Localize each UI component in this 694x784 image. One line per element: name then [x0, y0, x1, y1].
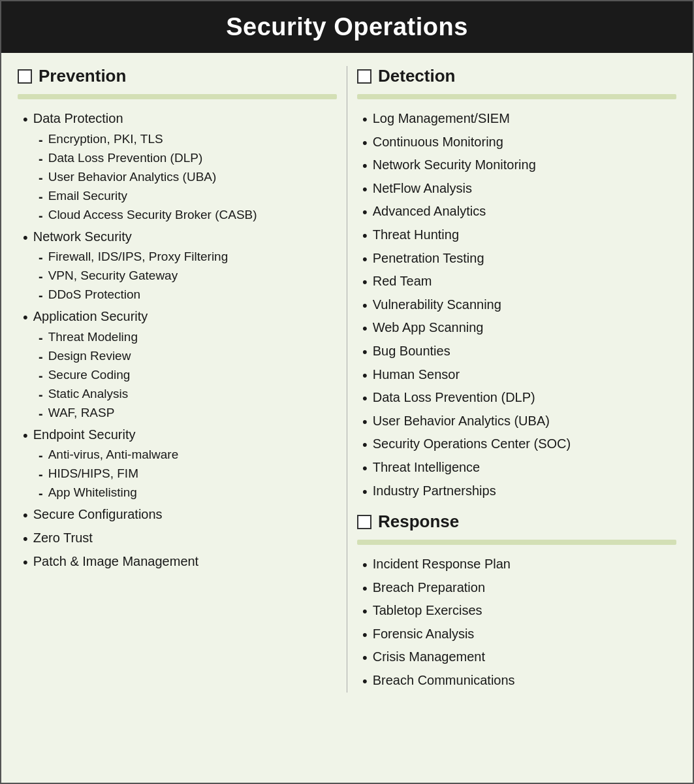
list-item: - Static Analysis — [39, 386, 337, 403]
list-item: - Firewall, IDS/IPS, Proxy Filtering — [39, 249, 337, 266]
list-item: • Forensic Analysis — [362, 625, 676, 645]
list-item: • Tabletop Exercises — [362, 602, 676, 621]
bullet-icon: • — [362, 672, 368, 691]
bullet-icon: • — [362, 157, 368, 176]
item-label: Log Management/SIEM — [373, 110, 510, 127]
detection-title: Detection — [378, 66, 455, 86]
list-item: • Endpoint Security — [23, 426, 337, 446]
bullet-icon: • — [362, 343, 368, 362]
dash-icon: - — [39, 405, 43, 422]
list-item: - Design Review — [39, 348, 337, 365]
list-item: - HIDS/HIPS, FIM — [39, 466, 337, 483]
bullet-icon: • — [23, 553, 28, 572]
item-label: Endpoint Security — [33, 426, 136, 443]
item-label: HIDS/HIPS, FIM — [48, 466, 138, 482]
item-label: Continuous Monitoring — [373, 133, 503, 150]
item-label: Anti-virus, Anti-malware — [48, 447, 179, 463]
prevention-title: Prevention — [39, 66, 126, 86]
bullet-icon: • — [362, 556, 368, 575]
item-label: WAF, RASP — [48, 405, 115, 421]
list-item: - WAF, RASP — [39, 405, 337, 422]
list-item: • Human Sensor — [362, 366, 676, 385]
list-item: • Patch & Image Management — [23, 553, 337, 572]
item-label: Breach Preparation — [373, 579, 485, 596]
bullet-icon: • — [23, 110, 28, 129]
item-label: Network Security — [33, 228, 132, 245]
item-label: Secure Coding — [48, 367, 131, 384]
bullet-icon: • — [362, 319, 368, 338]
item-label: Forensic Analysis — [373, 625, 475, 642]
list-item: - User Behavior Analytics (UBA) — [39, 169, 337, 186]
detection-section-header: Detection — [357, 66, 676, 86]
dash-icon: - — [39, 447, 43, 464]
dash-icon: - — [39, 466, 43, 483]
item-label: Red Team — [373, 272, 432, 289]
bullet-icon: • — [362, 602, 368, 621]
prevention-checkbox[interactable] — [18, 69, 32, 84]
bullet-icon: • — [362, 367, 368, 385]
dash-icon: - — [39, 348, 43, 365]
item-label: User Behavior Analytics (UBA) — [373, 412, 550, 429]
item-label: Data Loss Prevention (DLP) — [48, 150, 203, 167]
list-item: • Breach Preparation — [362, 579, 676, 598]
item-label: Data Protection — [33, 110, 123, 127]
response-bar — [357, 540, 676, 545]
response-title: Response — [378, 512, 459, 532]
list-item: • Web App Scanning — [362, 319, 676, 338]
right-column: Detection • Log Management/SIEM • Contin… — [347, 66, 686, 693]
item-label: Static Analysis — [48, 386, 129, 402]
item-label: Application Security — [33, 308, 148, 325]
list-item: • Vulnerability Scanning — [362, 296, 676, 316]
item-label: Penetration Testing — [373, 250, 484, 267]
list-item: • User Behavior Analytics (UBA) — [362, 412, 676, 432]
item-label: Bug Bounties — [373, 342, 450, 359]
dash-icon: - — [39, 150, 43, 167]
list-item: • Zero Trust — [23, 529, 337, 549]
response-checkbox[interactable] — [357, 515, 371, 529]
bullet-icon: • — [362, 134, 368, 153]
detection-checkbox[interactable] — [357, 69, 371, 84]
bullet-icon: • — [362, 436, 368, 455]
dash-icon: - — [39, 367, 43, 384]
section-spacer — [357, 502, 676, 512]
list-item: • Industry Partnerships — [362, 482, 676, 502]
bullet-icon: • — [23, 308, 28, 327]
list-item: - Encryption, PKI, TLS — [39, 131, 337, 148]
list-item: - Cloud Access Security Broker (CASB) — [39, 207, 337, 224]
dash-icon: - — [39, 249, 43, 266]
dash-icon: - — [39, 287, 43, 304]
list-item: • Data Protection — [23, 110, 337, 129]
content-area: Prevention • Data Protection - Encryptio… — [1, 53, 693, 706]
item-label: Threat Intelligence — [373, 459, 481, 476]
list-item: • Incident Response Plan — [362, 555, 676, 575]
prevention-bar — [18, 94, 337, 99]
detection-bar — [357, 94, 676, 99]
dash-icon: - — [39, 329, 43, 346]
list-item: • Application Security — [23, 308, 337, 327]
item-label: Cloud Access Security Broker (CASB) — [48, 207, 257, 223]
item-label: Threat Modeling — [48, 329, 138, 346]
dash-icon: - — [39, 386, 43, 403]
list-item: • Network Security Monitoring — [362, 156, 676, 176]
list-item: • Network Security — [23, 228, 337, 248]
list-item: - Anti-virus, Anti-malware — [39, 447, 337, 464]
bullet-icon: • — [362, 297, 368, 316]
bullet-icon: • — [23, 530, 28, 549]
list-item: - VPN, Security Gateway — [39, 268, 337, 285]
item-label: Email Security — [48, 188, 127, 204]
dash-icon: - — [39, 188, 43, 205]
list-item: • Crisis Management — [362, 648, 676, 668]
item-label: App Whitelisting — [48, 485, 137, 501]
bullet-icon: • — [362, 483, 368, 502]
bullet-icon: • — [362, 250, 368, 269]
list-item: • Log Management/SIEM — [362, 110, 676, 129]
list-item: - DDoS Protection — [39, 287, 337, 304]
prevention-section-header: Prevention — [18, 66, 337, 86]
item-label: Patch & Image Management — [33, 553, 198, 570]
list-item: • Bug Bounties — [362, 342, 676, 362]
item-label: Threat Hunting — [373, 226, 459, 243]
item-label: NetFlow Analysis — [373, 180, 472, 197]
item-label: Design Review — [48, 348, 131, 365]
item-label: Human Sensor — [373, 366, 460, 383]
list-item: • Breach Communications — [362, 672, 676, 691]
